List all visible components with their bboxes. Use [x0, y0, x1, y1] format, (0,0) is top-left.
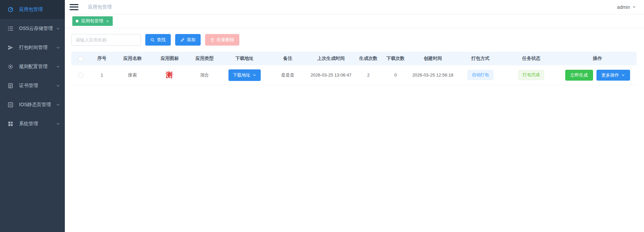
tab-close-icon[interactable]: × [106, 19, 109, 23]
cell-generate-count: 2 [355, 72, 382, 78]
sidebar-item-label: IOS静态页管理 [19, 102, 51, 108]
certificate-icon [7, 83, 14, 89]
breadcrumb: 应用包管理 [88, 4, 112, 10]
sidebar-item-ios-static-page[interactable]: IOS静态页管理 [0, 95, 65, 114]
sidebar-item-label: 系统管理 [19, 121, 38, 127]
generate-now-button[interactable]: 立即生成 [565, 70, 593, 81]
app-root: 应用包管理 OSS云存储管理 打包时间管理 规则配置管理 [0, 0, 644, 232]
user-dropdown[interactable]: admin [617, 4, 636, 10]
toolbar: 查找 添加 批量删除 [71, 34, 637, 46]
col-header-package-mode: 打包方式 [457, 55, 504, 62]
chevron-down-icon [56, 84, 60, 88]
pencil-icon [180, 38, 185, 42]
cell-last-generated: 2026-03-25 13:06:47 [307, 72, 355, 78]
cell-remark: 是是是 [268, 72, 307, 78]
sidebar-item-label: 规则配置管理 [19, 64, 48, 70]
qrcode-icon [7, 102, 14, 108]
sidebar-item-label: 打包时间管理 [19, 45, 48, 51]
main-area: 应用包管理 admin 应用包管理 × [65, 0, 644, 232]
batch-delete-button[interactable]: 批量删除 [205, 34, 239, 46]
sidebar-item-package-time[interactable]: 打包时间管理 [0, 38, 65, 57]
sidebar-item-app-package[interactable]: 应用包管理 [0, 0, 65, 19]
col-header-remark: 备注 [268, 55, 307, 62]
select-all-checkbox[interactable] [78, 56, 83, 61]
sidebar-item-label: OSS云存储管理 [19, 26, 53, 32]
download-url-dropdown-button[interactable]: 下载地址 [228, 69, 261, 81]
tab-app-package[interactable]: 应用包管理 × [72, 16, 113, 26]
col-header-download-url: 下载地址 [221, 55, 268, 62]
col-header-created-time: 创建时间 [409, 55, 457, 62]
cell-download-count: 0 [382, 72, 409, 78]
trash-icon [210, 38, 215, 42]
active-tab-dot-icon [76, 20, 78, 22]
sidebar-item-oss-storage[interactable]: OSS云存储管理 [0, 19, 65, 38]
sidebar-item-label: 应用包管理 [19, 6, 43, 13]
search-button[interactable]: 查找 [145, 34, 171, 46]
col-header-last-generated: 上次生成时间 [307, 55, 355, 62]
app-icon-image: 测 [166, 71, 174, 79]
username-label: admin [617, 4, 630, 10]
app-name-search-input[interactable] [71, 34, 141, 46]
col-header-download-count: 下载次数 [382, 55, 409, 62]
table-row: 1 搜索 测 混合 下载地址 是是是 [71, 65, 637, 85]
row-checkbox[interactable] [78, 73, 83, 78]
dashboard-icon [7, 6, 14, 13]
search-icon [150, 38, 155, 42]
gear-icon [7, 64, 14, 70]
chevron-down-icon [621, 73, 625, 77]
col-header-generate-count: 生成次数 [355, 55, 382, 62]
col-header-app-icon: 应用图标 [151, 55, 188, 62]
cell-created-time: 2026-03-25 12:56:18 [409, 72, 457, 78]
top-header: 应用包管理 admin [65, 0, 644, 14]
content-area: 查找 添加 批量删除 序 [65, 28, 644, 232]
chevron-down-icon [56, 65, 60, 69]
grid-icon [7, 121, 14, 127]
cell-app-name: 搜索 [114, 72, 151, 78]
col-header-index: 序号 [90, 55, 114, 62]
chevron-down-icon [56, 122, 60, 126]
sidebar-item-label: 证书管理 [19, 83, 38, 89]
tab-bar: 应用包管理 × [65, 14, 644, 28]
hamburger-menu-icon[interactable] [70, 4, 78, 11]
chevron-down-icon [253, 73, 256, 77]
cell-index: 1 [90, 72, 114, 78]
tab-label: 应用包管理 [81, 18, 103, 24]
app-package-table: 序号 应用名称 应用图标 应用类型 下载地址 备注 上次生成时间 生成次数 下载… [71, 52, 637, 85]
sidebar-item-certificate[interactable]: 证书管理 [0, 76, 65, 95]
sidebar-item-rule-config[interactable]: 规则配置管理 [0, 57, 65, 76]
task-status-badge: 打包完成 [518, 70, 544, 80]
package-mode-badge: 自动打包 [467, 70, 493, 80]
list-icon [7, 26, 14, 32]
chevron-down-icon [56, 103, 60, 107]
send-icon [7, 45, 14, 51]
chevron-down-icon [56, 27, 60, 31]
sidebar-item-system[interactable]: 系统管理 [0, 114, 65, 133]
col-header-app-type: 应用类型 [188, 55, 221, 62]
col-header-task-status: 任务状态 [504, 55, 558, 62]
cell-app-type: 混合 [188, 72, 221, 78]
add-button[interactable]: 添加 [175, 34, 201, 46]
col-header-app-name: 应用名称 [114, 55, 151, 62]
caret-down-icon [632, 5, 636, 9]
col-header-operations: 操作 [558, 55, 637, 62]
more-actions-dropdown-button[interactable]: 更多操作 [596, 70, 630, 81]
sidebar: 应用包管理 OSS云存储管理 打包时间管理 规则配置管理 [0, 0, 65, 232]
table-header-row: 序号 应用名称 应用图标 应用类型 下载地址 备注 上次生成时间 生成次数 下载… [71, 52, 637, 65]
chevron-down-icon [56, 46, 60, 50]
